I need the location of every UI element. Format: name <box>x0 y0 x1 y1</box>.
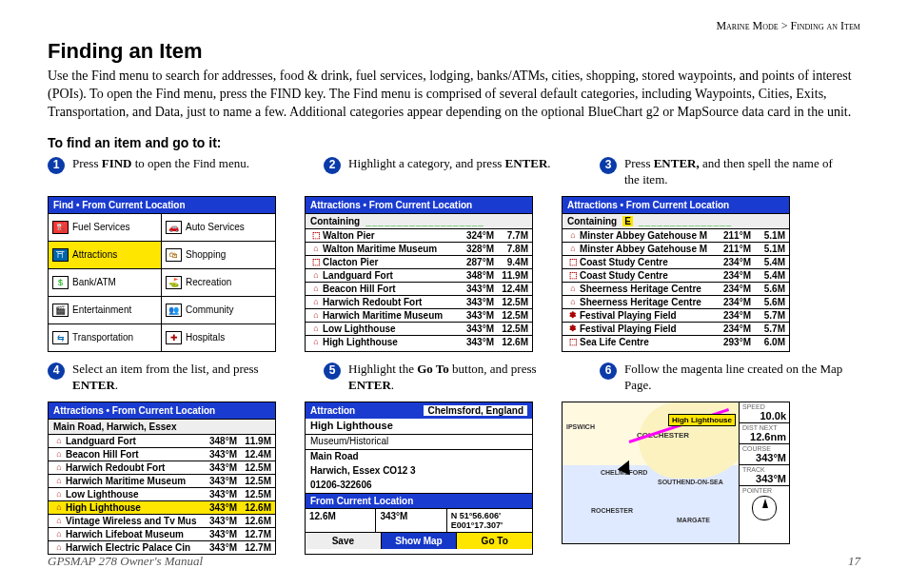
map-data-panel: SPEED10.0k DIST NEXT12.6nm COURSE343°M T… <box>739 402 789 543</box>
page-footer: GPSMAP 278 Owner's Manual 17 <box>48 554 860 569</box>
screen-map-page: IPSWICH COLCHESTER CHELMSFORD SOUTHEND-O… <box>562 402 790 544</box>
pointer-icon <box>752 496 777 520</box>
footer-page-number: 17 <box>848 554 860 569</box>
footer-title: GPSMAP 278 Owner's Manual <box>48 554 203 569</box>
destination-flag: High Lighthouse <box>668 414 736 426</box>
